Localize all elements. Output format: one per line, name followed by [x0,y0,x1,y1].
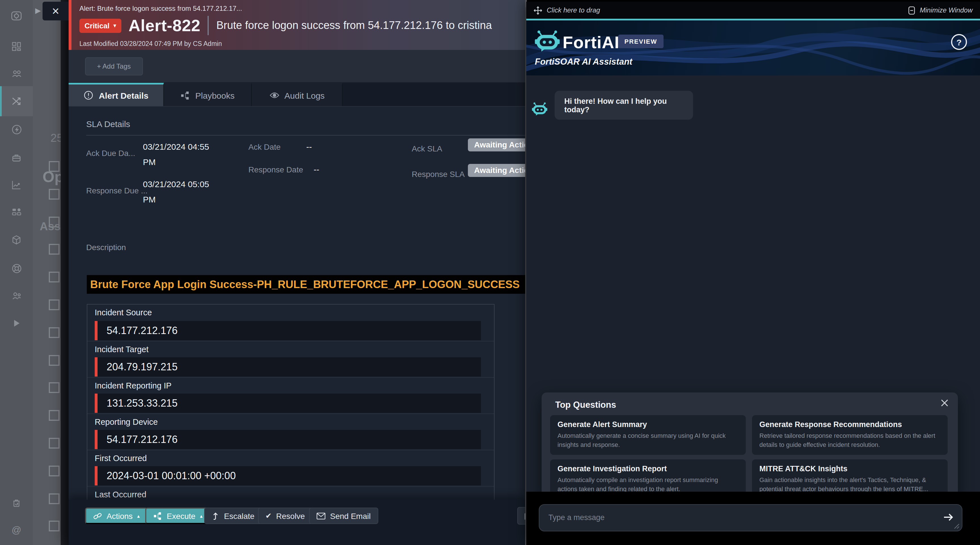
actions-button[interactable]: Actions ▴ [85,508,148,524]
ack-due-date-value-2: PM [143,157,156,167]
panel-close-button[interactable]: × [43,2,68,21]
row-checkbox [49,244,60,255]
card-title: Generate Investigation Report [557,464,738,473]
sidebar-item-run[interactable] [0,310,33,337]
top-questions-grid: Generate Alert Summary Automatically gen… [550,415,948,499]
tags-row: + Add Tags [68,50,525,83]
message-composer [526,492,980,545]
add-tags-button[interactable]: + Add Tags [85,57,143,75]
response-date-label: Response Date [248,165,303,174]
playbook-icon [181,91,190,100]
collapse-arrow-icon[interactable]: ▶ [35,6,41,15]
fortiai-brand-name: FortiAI [563,33,619,52]
sync-gear-icon [10,10,23,22]
tab-playbooks[interactable]: Playbooks [164,83,252,106]
cube-icon [11,234,22,246]
response-due-date-label: Response Due ... [86,186,148,195]
table-row: Incident Target 204.79.197.215 [88,341,494,377]
check-icon: ✔ [266,512,272,520]
edit-record-button[interactable] [517,507,525,524]
execute-button[interactable]: Execute ▴ [145,508,210,524]
row-checkbox [49,299,60,310]
ack-sla-status-badge: Awaiting Action [468,138,525,151]
send-message-button[interactable] [943,512,954,523]
users-icon [11,289,22,302]
resolve-button[interactable]: ✔ Resolve [258,508,312,524]
tab-audit-logs[interactable]: Audit Logs [252,83,342,106]
send-email-button[interactable]: Send Email [309,508,378,524]
row-checkbox [49,382,60,393]
play-icon [11,318,22,328]
row-checkbox [49,521,60,531]
row-checkbox [49,466,60,477]
row-label: Reporting Device [88,413,494,430]
sidebar-item-team[interactable] [0,60,33,87]
card-title: MITRE ATT&CK Insights [759,464,940,473]
drag-handle[interactable]: Click here to drag [534,6,600,14]
title-divider [208,16,209,35]
question-card-alert-summary[interactable]: Generate Alert Summary Automatically gen… [550,415,746,455]
table-row: First Occurred 2024-03-01 00:01:00 +00:0… [88,450,494,485]
resize-handle[interactable] [954,523,959,529]
envelope-icon [317,512,326,520]
ack-date-label: Ack Date [248,142,281,151]
playbook-icon [153,511,162,520]
row-value-cell: 2024-03-01 00:01:00 +00:00 [95,466,481,485]
sidebar-item-recycle-bin[interactable] [0,489,33,516]
sidebar-item-reports[interactable] [0,171,33,199]
top-questions-panel: Top Questions Generate Alert Summary Aut… [542,392,958,500]
close-icon[interactable]: × [52,5,59,17]
question-card-response-recommendations[interactable]: Generate Response Recommendations Retrie… [752,415,948,455]
row-value-cell: 54.177.212.176 [95,430,481,449]
row-checkbox [49,189,60,200]
minimize-window-button[interactable]: Minimize Window [908,6,973,14]
sidebar-item-settings[interactable] [0,255,33,282]
sidebar-item-connectors[interactable] [0,226,33,254]
row-checkbox [49,410,60,421]
card-description: Automatically generate a concise summary… [557,432,738,450]
close-icon[interactable] [941,399,948,407]
sidebar-item-resources[interactable] [0,144,33,171]
alert-tabs: Alert Details Playbooks Audit Logs [68,83,525,106]
response-due-date-value-2: PM [143,194,156,204]
row-checkbox [49,327,60,338]
wheel-icon [11,262,22,274]
chevron-up-icon: ▴ [200,513,202,519]
severity-badge[interactable]: Critical ▾ [80,18,121,33]
description-headline: Brute Force App Login Success-PH_RULE_BR… [87,278,520,291]
preview-badge: PREVIEW [618,35,663,48]
eye-icon [269,90,279,100]
help-button[interactable]: ? [951,34,967,50]
chevron-down-icon: ▾ [113,23,116,29]
fortiai-banner: FortiAI PREVIEW FortiSOAR AI Assistant ? [526,21,980,75]
row-value-cell: 131.253.33.215 [95,394,481,413]
fortiai-titlebar: Click here to drag Minimize Window [526,2,980,19]
row-checkbox [49,217,60,227]
sidebar-item-users[interactable] [0,282,33,309]
tab-alert-details[interactable]: Alert Details [68,83,164,106]
last-modified-text: Last Modified 03/28/2024 07:49 PM by CS … [80,40,525,47]
row-value: 204.79.197.215 [97,361,178,373]
sidebar-item-sync[interactable] [0,2,33,30]
sidebar-item-incidents-selected[interactable] [0,86,33,116]
move-icon [534,6,542,14]
drag-label: Click here to drag [547,6,600,14]
row-checkbox [49,438,60,449]
button-label: Actions [107,511,133,520]
row-value: 131.253.33.215 [97,397,178,409]
card-title: Generate Response Recommendations [759,420,940,429]
message-input[interactable] [539,505,962,523]
chain-link-icon [93,511,102,520]
sidebar-item-widgets[interactable] [0,199,33,226]
escalate-button[interactable]: Escalate [204,508,262,524]
table-row: Reporting Device 54.177.212.176 [88,413,494,449]
sidebar-item-mentions[interactable]: @ [0,516,33,544]
row-value-cell: 204.79.197.215 [95,357,481,377]
sidebar-item-dashboard[interactable] [0,33,33,60]
alert-header: Alert: Brute force logon success from 54… [68,0,525,50]
tab-label: Playbooks [196,91,234,100]
escalate-arrow-icon [212,512,220,520]
bot-message-bubble: Hi there! How can I help you today? [555,91,693,120]
sidebar-item-automation[interactable] [0,116,33,143]
alert-action-bar: Actions ▴ Execute ▴ Escalate ✔ Resolve S… [68,500,525,545]
